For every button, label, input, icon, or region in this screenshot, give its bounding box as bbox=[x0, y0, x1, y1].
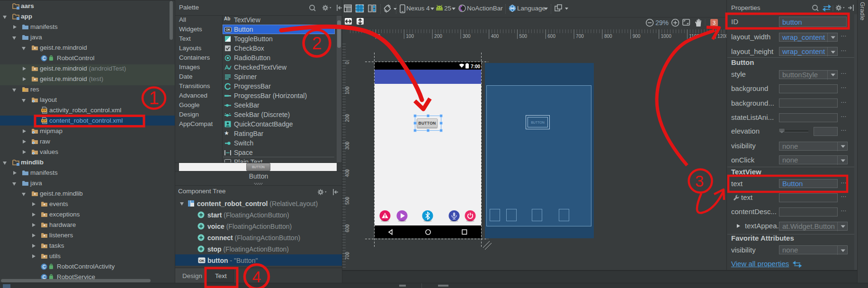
svg-text:1: 1 bbox=[149, 88, 159, 108]
svg-text:4: 4 bbox=[252, 268, 261, 286]
svg-text:3: 3 bbox=[695, 172, 704, 190]
svg-text:2: 2 bbox=[312, 34, 322, 53]
